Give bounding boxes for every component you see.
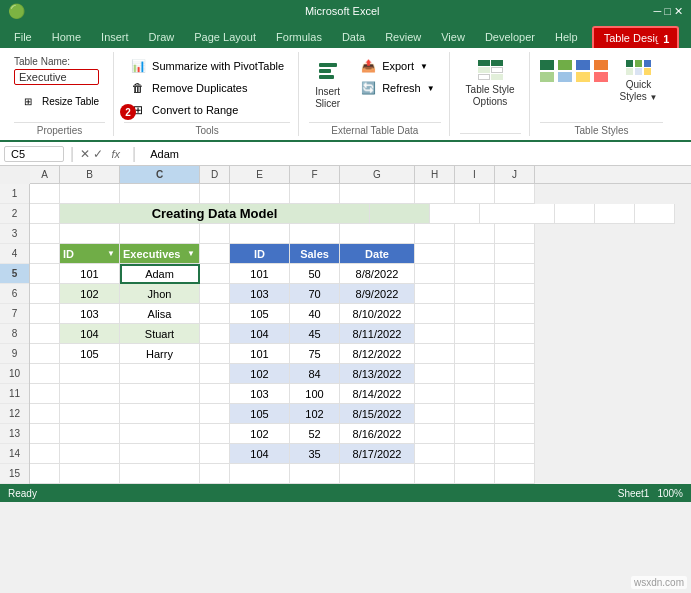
cell-i15[interactable] (455, 464, 495, 484)
cell-h2[interactable] (555, 204, 595, 224)
cell-c12[interactable] (120, 404, 200, 424)
cell-f2[interactable] (430, 204, 480, 224)
cell-f8[interactable]: 45 (290, 324, 340, 344)
cell-c5[interactable]: Adam (120, 264, 200, 284)
row-num-8[interactable]: 8 (0, 324, 29, 344)
cell-a15[interactable] (30, 464, 60, 484)
cell-f13[interactable]: 52 (290, 424, 340, 444)
swatch-8[interactable] (594, 72, 608, 82)
cell-d9[interactable] (200, 344, 230, 364)
cell-a8[interactable] (30, 324, 60, 344)
cell-b14[interactable] (60, 444, 120, 464)
cell-h9[interactable] (415, 344, 455, 364)
cell-d4[interactable] (200, 244, 230, 264)
cell-g9[interactable]: 8/12/2022 (340, 344, 415, 364)
cell-a12[interactable] (30, 404, 60, 424)
cell-i13[interactable] (455, 424, 495, 444)
cell-g8[interactable]: 8/11/2022 (340, 324, 415, 344)
cell-h6[interactable] (415, 284, 455, 304)
cell-e13[interactable]: 102 (230, 424, 290, 444)
cell-b15[interactable] (60, 464, 120, 484)
tab-pagelayout[interactable]: Page Layout (184, 26, 266, 48)
cell-b6[interactable]: 102 (60, 284, 120, 304)
cell-i8[interactable] (455, 324, 495, 344)
cell-d12[interactable] (200, 404, 230, 424)
row-num-10[interactable]: 10 (0, 364, 29, 384)
cell-a7[interactable] (30, 304, 60, 324)
row-num-6[interactable]: 6 (0, 284, 29, 304)
cell-h13[interactable] (415, 424, 455, 444)
cell-e15[interactable] (230, 464, 290, 484)
cell-j5[interactable] (495, 264, 535, 284)
cell-a14[interactable] (30, 444, 60, 464)
cell-a5[interactable] (30, 264, 60, 284)
cell-h1[interactable] (415, 184, 455, 204)
cell-d13[interactable] (200, 424, 230, 444)
cell-j6[interactable] (495, 284, 535, 304)
cell-i12[interactable] (455, 404, 495, 424)
cell-reference[interactable] (4, 146, 64, 162)
resize-table-btn[interactable]: ⊞ Resize Table (14, 91, 105, 111)
cell-g6[interactable]: 8/9/2022 (340, 284, 415, 304)
cell-c13[interactable] (120, 424, 200, 444)
cell-i7[interactable] (455, 304, 495, 324)
cell-i5[interactable] (455, 264, 495, 284)
cell-d14[interactable] (200, 444, 230, 464)
cell-e8[interactable]: 104 (230, 324, 290, 344)
col-header-h[interactable]: H (415, 166, 455, 183)
col-header-b[interactable]: B (60, 166, 120, 183)
cell-b7[interactable]: 103 (60, 304, 120, 324)
cell-g2[interactable] (480, 204, 555, 224)
row-num-12[interactable]: 12 (0, 404, 29, 424)
cell-i9[interactable] (455, 344, 495, 364)
col-header-e[interactable]: E (230, 166, 290, 183)
col-header-j[interactable]: J (495, 166, 535, 183)
convert-to-range-btn[interactable]: ⊞ Convert to Range (124, 100, 290, 120)
cell-g7[interactable]: 8/10/2022 (340, 304, 415, 324)
cell-a9[interactable] (30, 344, 60, 364)
row-num-4[interactable]: 4 (0, 244, 29, 264)
col-header-g[interactable]: G (340, 166, 415, 183)
cell-j11[interactable] (495, 384, 535, 404)
cell-g15[interactable] (340, 464, 415, 484)
cell-a3[interactable] (30, 224, 60, 244)
swatch-6[interactable] (558, 72, 572, 82)
tab-view[interactable]: View (431, 26, 475, 48)
refresh-btn[interactable]: 🔄 Refresh ▼ (354, 78, 440, 98)
cell-b2-title[interactable]: Creating Data Model (60, 204, 370, 224)
cell-h7[interactable] (415, 304, 455, 324)
cell-g3[interactable] (340, 224, 415, 244)
col-header-a[interactable]: A (30, 166, 60, 183)
cell-g5[interactable]: 8/8/2022 (340, 264, 415, 284)
table-style-options-btn[interactable]: Table StyleOptions (460, 56, 521, 112)
cell-c8[interactable]: Stuart (120, 324, 200, 344)
col-header-d[interactable]: D (200, 166, 230, 183)
swatch-5[interactable] (540, 72, 554, 82)
cell-d11[interactable] (200, 384, 230, 404)
cell-b13[interactable] (60, 424, 120, 444)
cell-h15[interactable] (415, 464, 455, 484)
cell-j4[interactable] (495, 244, 535, 264)
cell-a11[interactable] (30, 384, 60, 404)
filter-btn-exec[interactable]: ▼ (186, 249, 196, 258)
cell-b9[interactable]: 105 (60, 344, 120, 364)
tab-insert[interactable]: Insert (91, 26, 139, 48)
row-num-13[interactable]: 13 (0, 424, 29, 444)
table-name-input[interactable] (14, 69, 99, 85)
cell-a6[interactable] (30, 284, 60, 304)
cell-b11[interactable] (60, 384, 120, 404)
cell-d3[interactable] (200, 224, 230, 244)
cell-e4-header[interactable]: ID (230, 244, 290, 264)
row-num-1[interactable]: 1 (0, 184, 29, 204)
row-num-14[interactable]: 14 (0, 444, 29, 464)
cell-j15[interactable] (495, 464, 535, 484)
cell-e1[interactable] (230, 184, 290, 204)
cell-i1[interactable] (455, 184, 495, 204)
cell-i2[interactable] (595, 204, 635, 224)
cell-b3[interactable] (60, 224, 120, 244)
cell-c1[interactable] (120, 184, 200, 204)
cell-j13[interactable] (495, 424, 535, 444)
cell-e11[interactable]: 103 (230, 384, 290, 404)
cell-j8[interactable] (495, 324, 535, 344)
cell-a13[interactable] (30, 424, 60, 444)
